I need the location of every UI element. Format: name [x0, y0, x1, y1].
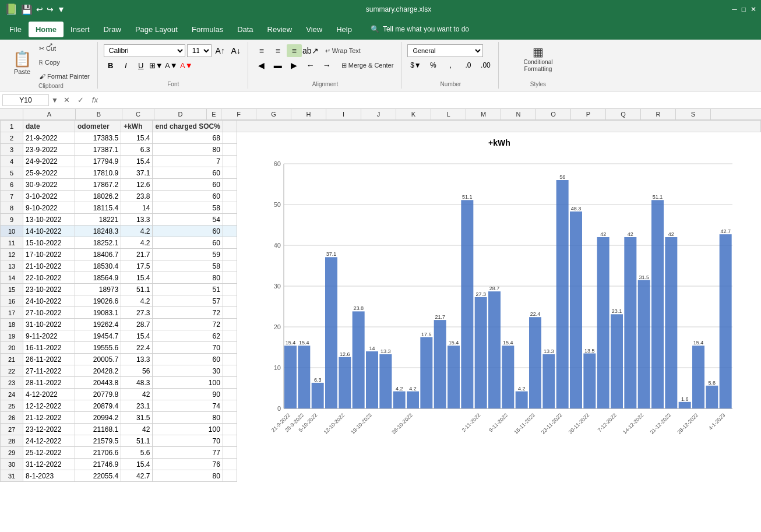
row-num-1[interactable]: 1: [1, 121, 23, 132]
col-header-g[interactable]: G: [256, 109, 291, 119]
row-num-16[interactable]: 16: [1, 295, 23, 307]
comma-button[interactable]: ,: [442, 59, 459, 72]
col-header-c[interactable]: C: [122, 109, 154, 119]
cell-c12[interactable]: 21.7: [121, 249, 153, 260]
col-header-i[interactable]: I: [326, 109, 361, 119]
font-name-select[interactable]: Calibri: [104, 44, 185, 57]
cell-a30[interactable]: 31-12-2022: [23, 459, 75, 470]
row-num-21[interactable]: 21: [1, 354, 23, 365]
orientation-button[interactable]: ab↗: [303, 44, 318, 57]
align-right-button[interactable]: ▶: [287, 59, 302, 72]
cell-b20[interactable]: 19555.6: [75, 342, 121, 354]
cell-c20[interactable]: 22.4: [121, 342, 153, 354]
cell-a31[interactable]: 8-1-2023: [23, 470, 75, 482]
increase-font-button[interactable]: A↑: [213, 44, 227, 57]
wrap-text-button[interactable]: ↵ Wrap Text: [322, 44, 364, 57]
col-header-p[interactable]: P: [571, 109, 606, 119]
row-num-8[interactable]: 8: [1, 202, 23, 214]
cell-a12[interactable]: 17-10-2022: [23, 249, 75, 260]
save-icon[interactable]: 💾: [21, 4, 33, 15]
bold-button[interactable]: B: [104, 59, 118, 72]
col-header-o[interactable]: O: [536, 109, 571, 119]
cell-d22[interactable]: 30: [153, 365, 223, 377]
col-header-k[interactable]: K: [396, 109, 431, 119]
row-num-12[interactable]: 12: [1, 249, 23, 260]
cell-b10[interactable]: 18248.3: [75, 226, 121, 237]
row-num-23[interactable]: 23: [1, 377, 23, 389]
grid-container[interactable]: 1 date odometer +kWh end charged SOC% 2 …: [0, 120, 761, 531]
cell-b29[interactable]: 21706.6: [75, 447, 121, 459]
cell-c29[interactable]: 5.6: [121, 447, 153, 459]
cell-c18[interactable]: 28.7: [121, 319, 153, 330]
cell-d8[interactable]: 58: [153, 202, 223, 214]
clipboard-expand-icon[interactable]: ↗: [48, 42, 53, 48]
align-left-button[interactable]: ◀: [254, 59, 269, 72]
copy-button[interactable]: ⎘ Copy: [36, 56, 93, 69]
cell-c28[interactable]: 51.1: [121, 435, 153, 447]
cell-d14[interactable]: 80: [153, 272, 223, 284]
menu-review[interactable]: Review: [260, 22, 300, 37]
cell-d6[interactable]: 60: [153, 179, 223, 191]
cell-c19[interactable]: 15.4: [121, 330, 153, 342]
cell-d9[interactable]: 54: [153, 214, 223, 226]
cell-c13[interactable]: 17.5: [121, 260, 153, 272]
cell-d26[interactable]: 80: [153, 412, 223, 424]
cell-a29[interactable]: 25-12-2022: [23, 447, 75, 459]
cell-e1[interactable]: [223, 121, 237, 132]
cell-b26[interactable]: 20994.2: [75, 412, 121, 424]
border-button[interactable]: ⊞▼: [149, 59, 163, 72]
insert-function-button[interactable]: fx: [89, 94, 101, 107]
col-header-l[interactable]: L: [431, 109, 466, 119]
cell-b28[interactable]: 21579.5: [75, 435, 121, 447]
cell-a24[interactable]: 4-12-2022: [23, 389, 75, 400]
cell-c23[interactable]: 48.3: [121, 377, 153, 389]
cell-d28[interactable]: 70: [153, 435, 223, 447]
menu-formulas[interactable]: Formulas: [185, 22, 230, 37]
cell-b6[interactable]: 17867.2: [75, 179, 121, 191]
paste-button[interactable]: 📋 Paste: [9, 47, 35, 78]
menu-data[interactable]: Data: [230, 22, 260, 37]
cell-b27[interactable]: 21168.1: [75, 424, 121, 435]
cell-c27[interactable]: 42: [121, 424, 153, 435]
cell-b24[interactable]: 20779.8: [75, 389, 121, 400]
row-num-29[interactable]: 29: [1, 447, 23, 459]
cell-a10[interactable]: 14-10-2022: [23, 226, 75, 237]
cell-c11[interactable]: 4.2: [121, 237, 153, 249]
cell-a15[interactable]: 23-10-2022: [23, 284, 75, 295]
font-color-button[interactable]: A▼: [179, 59, 193, 72]
cell-b1[interactable]: odometer: [75, 121, 121, 132]
row-num-31[interactable]: 31: [1, 470, 23, 482]
col-header-n[interactable]: N: [501, 109, 536, 119]
cell-a27[interactable]: 23-12-2022: [23, 424, 75, 435]
col-header-j[interactable]: J: [361, 109, 396, 119]
cell-b21[interactable]: 20005.7: [75, 354, 121, 365]
cell-a22[interactable]: 27-11-2022: [23, 365, 75, 377]
cell-d27[interactable]: 100: [153, 424, 223, 435]
cell-c26[interactable]: 31.5: [121, 412, 153, 424]
row-num-10[interactable]: 10: [1, 226, 23, 237]
cell-d16[interactable]: 57: [153, 295, 223, 307]
align-top-center-button[interactable]: ≡: [270, 44, 286, 57]
col-header-b[interactable]: B: [76, 109, 122, 119]
cell-d20[interactable]: 70: [153, 342, 223, 354]
cell-b13[interactable]: 18530.4: [75, 260, 121, 272]
cell-c30[interactable]: 15.4: [121, 459, 153, 470]
menu-draw[interactable]: Draw: [97, 22, 128, 37]
cell-c16[interactable]: 4.2: [121, 295, 153, 307]
cell-d7[interactable]: 60: [153, 191, 223, 202]
cell-a4[interactable]: 24-9-2022: [23, 156, 75, 167]
merge-center-button[interactable]: ⊞ Merge & Center: [339, 59, 397, 72]
cell-a16[interactable]: 24-10-2022: [23, 295, 75, 307]
row-num-27[interactable]: 27: [1, 424, 23, 435]
cell-a21[interactable]: 26-11-2022: [23, 354, 75, 365]
customize-icon[interactable]: ▼: [57, 5, 65, 14]
cell-d18[interactable]: 72: [153, 319, 223, 330]
row-num-9[interactable]: 9: [1, 214, 23, 226]
cell-b9[interactable]: 18221: [75, 214, 121, 226]
cell-d5[interactable]: 60: [153, 167, 223, 179]
increase-decimal-button[interactable]: .0: [460, 59, 476, 72]
underline-button[interactable]: U: [134, 59, 148, 72]
cell-c10[interactable]: 4.2: [121, 226, 153, 237]
italic-button[interactable]: I: [119, 59, 133, 72]
fill-color-button[interactable]: A▼: [164, 59, 178, 72]
